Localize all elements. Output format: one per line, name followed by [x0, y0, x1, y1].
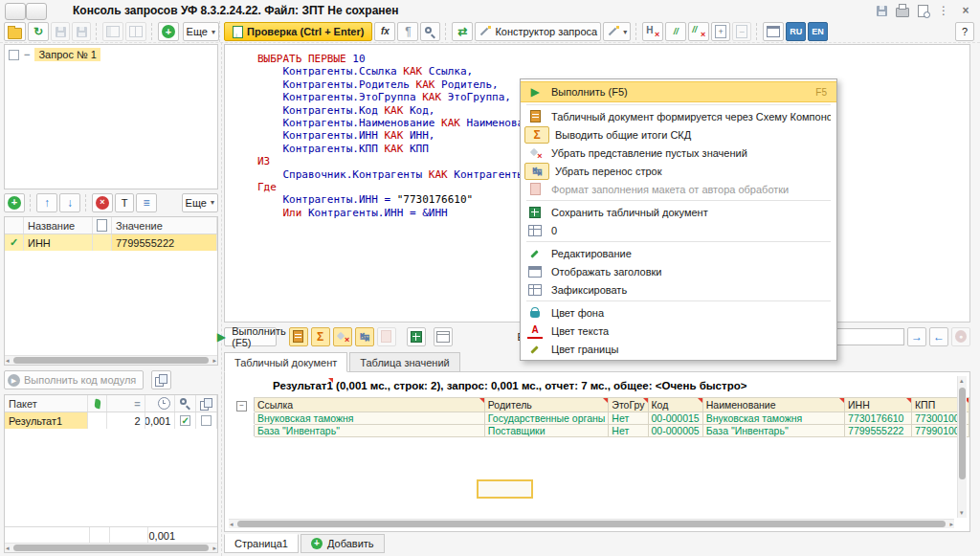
batch-horizontal-scrollbar[interactable]: ◂▸ — [5, 543, 217, 552]
forward-button[interactable] — [26, 3, 47, 20]
back-button[interactable] — [5, 3, 26, 20]
delete-query-button[interactable]: × — [92, 193, 113, 212]
skd-toggle-button[interactable] — [289, 327, 308, 346]
result-cell[interactable]: 7799555222 — [845, 424, 912, 436]
remove-block-button[interactable]: – — [732, 22, 751, 41]
panel-columns-button[interactable] — [125, 22, 146, 41]
result-cell[interactable]: Поставщики — [484, 424, 609, 436]
table-row[interactable]: База "Инвентарь"ПоставщикиНет00-000005Ба… — [234, 424, 969, 436]
window-save-button[interactable] — [877, 6, 887, 16]
result-cell[interactable]: 7730176610 — [845, 411, 912, 424]
result-cell[interactable]: База "Инвентарь" — [702, 424, 844, 436]
tab-tabular-document[interactable]: Табличный документ — [224, 352, 347, 372]
record-button[interactable]: ● — [951, 327, 970, 346]
batch-run-col[interactable] — [88, 395, 107, 411]
row-header-strip[interactable] — [234, 424, 255, 436]
query-builder-button[interactable]: Конструктор запроса — [475, 22, 601, 41]
copy-result-checkbox[interactable] — [201, 415, 212, 426]
batch-row[interactable]: Результат1 2 0,001 — [5, 412, 217, 429]
show-result-checkbox[interactable] — [180, 415, 190, 426]
param-value-col[interactable]: Значение — [112, 217, 217, 234]
result-column-header[interactable]: Ссылка — [254, 398, 484, 412]
result-cell[interactable]: Государственные органы — [484, 411, 609, 424]
run-module-button[interactable]: ▶ Выполнить код модуля — [4, 370, 144, 389]
params-horizontal-scrollbar[interactable]: ◂▸ — [5, 355, 217, 365]
window-preview-button[interactable] — [918, 5, 928, 17]
add-page-button[interactable]: + Добавить — [301, 534, 385, 553]
next-result-button[interactable]: → — [907, 327, 926, 346]
menu-item-4[interactable]: Убрать представление пустых значений — [521, 144, 836, 162]
add-button[interactable]: + — [158, 22, 179, 41]
save-as-button[interactable] — [72, 22, 91, 41]
collapse-group-icon[interactable]: − — [236, 401, 247, 411]
parameter-value[interactable]: 7799555222 — [112, 234, 217, 251]
param-name-col[interactable]: Название — [24, 217, 93, 234]
move-down-button[interactable]: ↓ — [59, 193, 80, 212]
move-up-button[interactable]: ↑ — [36, 193, 57, 212]
find-button[interactable] — [420, 22, 440, 41]
parameter-name[interactable]: ИНН — [24, 234, 93, 251]
window-print-button[interactable] — [896, 4, 909, 17]
result-cell[interactable]: 00-000015 — [648, 411, 702, 424]
query-builder-split-button[interactable]: ▾ — [603, 22, 631, 41]
result-column-header[interactable]: Наименование — [702, 398, 844, 412]
menu-item-14[interactable]: Цвет границы — [521, 340, 836, 358]
format-marks-button[interactable]: ¶ — [397, 22, 418, 41]
left-more-button[interactable]: Еще▾ — [183, 22, 219, 41]
tab-value-table[interactable]: Таблица значений — [349, 352, 459, 372]
result-cell[interactable]: Внуковская таможня — [254, 411, 484, 424]
window-close-button[interactable]: × — [959, 4, 972, 17]
menu-item-9[interactable]: Редактирование — [521, 244, 836, 262]
result-cell[interactable]: 00-000005 — [648, 424, 702, 436]
vertical-splitter[interactable] — [221, 42, 222, 556]
result-cell[interactable]: Нет — [609, 411, 648, 424]
menu-item-7[interactable]: Сохранить табличный документ — [521, 203, 836, 221]
menu-item-11[interactable]: Зафиксировать — [521, 280, 836, 299]
result-vertical-scrollbar[interactable]: ▴▾ — [957, 376, 967, 518]
add-block-button[interactable]: + — [711, 22, 730, 41]
result-horizontal-scrollbar[interactable]: ◂▸ — [229, 519, 954, 528]
param-type-col[interactable] — [93, 217, 112, 234]
add-query-button[interactable]: + — [4, 193, 25, 212]
refresh-button[interactable]: ↻ — [28, 22, 49, 41]
query-tree-label[interactable]: Запрос № 1 — [34, 48, 100, 61]
levels-button[interactable]: ≡ — [136, 193, 157, 212]
result-cell[interactable]: Внуковская таможня — [702, 411, 844, 424]
window-menu-button[interactable]: ⋮ — [937, 4, 950, 17]
batch-copy-col[interactable] — [196, 395, 217, 411]
table-row[interactable]: Внуковская таможняГосударственные органы… — [234, 411, 969, 424]
result-column-header[interactable]: Код — [648, 398, 702, 412]
result-column-header[interactable]: ЭтоГру — [609, 398, 648, 412]
save-button[interactable] — [51, 22, 70, 41]
row-header-strip[interactable] — [234, 411, 255, 424]
batch-count-col[interactable]: = — [107, 395, 145, 411]
tree-node-icon[interactable]: − — [24, 49, 30, 60]
result-cell[interactable]: Нет — [609, 424, 648, 436]
result-column-header[interactable]: ИНН — [845, 398, 912, 412]
menu-item-2[interactable]: Табличный документ формируется через Схе… — [521, 107, 836, 125]
menu-item-3[interactable]: ΣВыводить общие итоги СКД — [521, 125, 836, 144]
batch-preview-col[interactable] — [175, 395, 196, 411]
query-checkbox[interactable] — [9, 50, 19, 60]
uncomment-button[interactable] — [688, 22, 709, 41]
menu-item-12[interactable]: Цвет фона — [521, 303, 836, 322]
open-file-button[interactable] — [4, 22, 26, 41]
ru-button[interactable]: RU — [786, 22, 806, 41]
menu-item-8[interactable]: 0 — [521, 221, 836, 239]
comment-button[interactable]: // — [665, 22, 686, 41]
tree-more-button[interactable]: Еще▾ — [182, 193, 218, 212]
menu-item-13[interactable]: AЦвет текста — [521, 322, 836, 340]
panel-left-button[interactable] — [102, 22, 123, 41]
menu-item-6[interactable]: Формат заполнения макета от автора обраб… — [521, 180, 836, 198]
totals-toggle-button[interactable]: Σ — [311, 327, 330, 346]
menu-item-1[interactable]: ▶Выполнить (F5)F5 — [521, 81, 836, 102]
empty-values-toggle-button[interactable] — [333, 327, 352, 346]
batch-time-col[interactable] — [145, 395, 176, 411]
prev-result-button[interactable]: ← — [929, 327, 948, 346]
tab-page1[interactable]: Страница1 — [224, 534, 299, 553]
result-column-header[interactable]: Родитель — [484, 398, 609, 412]
en-button[interactable]: EN — [808, 22, 828, 41]
execute-button[interactable]: ▶Выполнить (F5) — [224, 327, 277, 346]
window-mode-button[interactable] — [763, 22, 784, 41]
refresh-params-button[interactable]: ⇄ — [452, 22, 473, 41]
